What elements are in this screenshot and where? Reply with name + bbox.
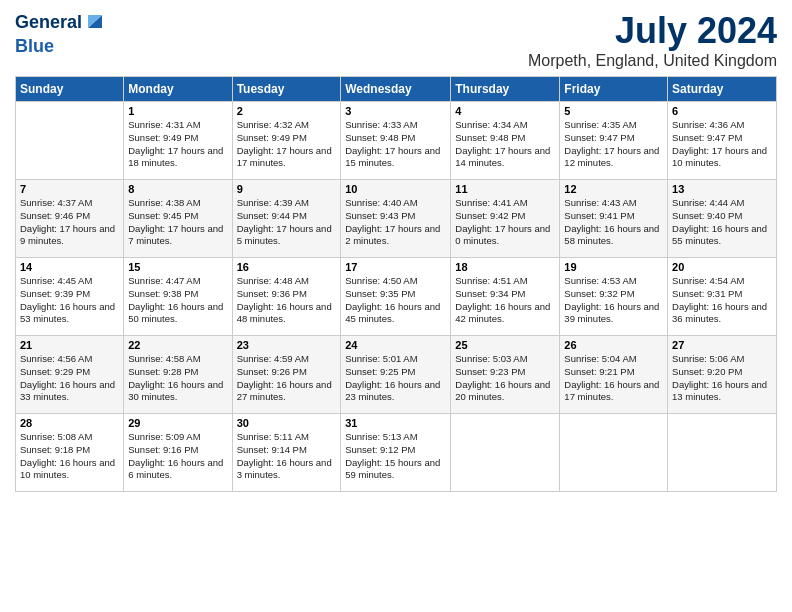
logo-text: General Blue — [15, 10, 106, 57]
cell-sunrise: Sunrise: 4:39 AMSunset: 9:44 PMDaylight:… — [237, 197, 332, 246]
date-number: 27 — [672, 339, 772, 351]
main-title: July 2024 — [528, 10, 777, 52]
calendar-cell: 7Sunrise: 4:37 AMSunset: 9:46 PMDaylight… — [16, 180, 124, 258]
date-number: 25 — [455, 339, 555, 351]
cell-sunrise: Sunrise: 4:48 AMSunset: 9:36 PMDaylight:… — [237, 275, 332, 324]
calendar-cell: 18Sunrise: 4:51 AMSunset: 9:34 PMDayligh… — [451, 258, 560, 336]
calendar-cell: 6Sunrise: 4:36 AMSunset: 9:47 PMDaylight… — [668, 102, 777, 180]
cell-sunrise: Sunrise: 4:56 AMSunset: 9:29 PMDaylight:… — [20, 353, 115, 402]
col-header-friday: Friday — [560, 77, 668, 102]
calendar-cell — [668, 414, 777, 492]
calendar-cell: 8Sunrise: 4:38 AMSunset: 9:45 PMDaylight… — [124, 180, 232, 258]
calendar-cell: 29Sunrise: 5:09 AMSunset: 9:16 PMDayligh… — [124, 414, 232, 492]
date-number: 15 — [128, 261, 227, 273]
week-row-2: 7Sunrise: 4:37 AMSunset: 9:46 PMDaylight… — [16, 180, 777, 258]
calendar-cell: 20Sunrise: 4:54 AMSunset: 9:31 PMDayligh… — [668, 258, 777, 336]
date-number: 18 — [455, 261, 555, 273]
calendar-cell: 21Sunrise: 4:56 AMSunset: 9:29 PMDayligh… — [16, 336, 124, 414]
date-number: 3 — [345, 105, 446, 117]
date-number: 4 — [455, 105, 555, 117]
date-number: 23 — [237, 339, 337, 351]
cell-sunrise: Sunrise: 5:09 AMSunset: 9:16 PMDaylight:… — [128, 431, 223, 480]
cell-sunrise: Sunrise: 4:44 AMSunset: 9:40 PMDaylight:… — [672, 197, 767, 246]
cell-sunrise: Sunrise: 5:13 AMSunset: 9:12 PMDaylight:… — [345, 431, 440, 480]
date-number: 12 — [564, 183, 663, 195]
logo: General Blue — [15, 10, 106, 57]
cell-sunrise: Sunrise: 5:08 AMSunset: 9:18 PMDaylight:… — [20, 431, 115, 480]
cell-sunrise: Sunrise: 4:54 AMSunset: 9:31 PMDaylight:… — [672, 275, 767, 324]
date-number: 7 — [20, 183, 119, 195]
date-number: 6 — [672, 105, 772, 117]
date-number: 19 — [564, 261, 663, 273]
subtitle: Morpeth, England, United Kingdom — [528, 52, 777, 70]
calendar-cell: 13Sunrise: 4:44 AMSunset: 9:40 PMDayligh… — [668, 180, 777, 258]
calendar-cell: 30Sunrise: 5:11 AMSunset: 9:14 PMDayligh… — [232, 414, 341, 492]
calendar-cell: 25Sunrise: 5:03 AMSunset: 9:23 PMDayligh… — [451, 336, 560, 414]
col-header-thursday: Thursday — [451, 77, 560, 102]
calendar-cell — [16, 102, 124, 180]
calendar-cell: 16Sunrise: 4:48 AMSunset: 9:36 PMDayligh… — [232, 258, 341, 336]
date-number: 10 — [345, 183, 446, 195]
date-number: 5 — [564, 105, 663, 117]
calendar-cell: 27Sunrise: 5:06 AMSunset: 9:20 PMDayligh… — [668, 336, 777, 414]
date-number: 13 — [672, 183, 772, 195]
date-number: 21 — [20, 339, 119, 351]
cell-sunrise: Sunrise: 4:38 AMSunset: 9:45 PMDaylight:… — [128, 197, 223, 246]
cell-sunrise: Sunrise: 4:47 AMSunset: 9:38 PMDaylight:… — [128, 275, 223, 324]
logo-icon — [84, 10, 106, 32]
date-number: 16 — [237, 261, 337, 273]
cell-sunrise: Sunrise: 4:51 AMSunset: 9:34 PMDaylight:… — [455, 275, 550, 324]
date-number: 26 — [564, 339, 663, 351]
date-number: 17 — [345, 261, 446, 273]
cell-sunrise: Sunrise: 4:35 AMSunset: 9:47 PMDaylight:… — [564, 119, 659, 168]
date-number: 2 — [237, 105, 337, 117]
cell-sunrise: Sunrise: 4:41 AMSunset: 9:42 PMDaylight:… — [455, 197, 550, 246]
calendar-cell: 4Sunrise: 4:34 AMSunset: 9:48 PMDaylight… — [451, 102, 560, 180]
calendar-cell: 2Sunrise: 4:32 AMSunset: 9:49 PMDaylight… — [232, 102, 341, 180]
calendar-cell: 23Sunrise: 4:59 AMSunset: 9:26 PMDayligh… — [232, 336, 341, 414]
calendar-cell: 17Sunrise: 4:50 AMSunset: 9:35 PMDayligh… — [341, 258, 451, 336]
cell-sunrise: Sunrise: 4:36 AMSunset: 9:47 PMDaylight:… — [672, 119, 767, 168]
cell-sunrise: Sunrise: 5:06 AMSunset: 9:20 PMDaylight:… — [672, 353, 767, 402]
calendar-cell: 15Sunrise: 4:47 AMSunset: 9:38 PMDayligh… — [124, 258, 232, 336]
cell-sunrise: Sunrise: 4:33 AMSunset: 9:48 PMDaylight:… — [345, 119, 440, 168]
calendar-cell: 19Sunrise: 4:53 AMSunset: 9:32 PMDayligh… — [560, 258, 668, 336]
cell-sunrise: Sunrise: 5:03 AMSunset: 9:23 PMDaylight:… — [455, 353, 550, 402]
calendar-cell: 3Sunrise: 4:33 AMSunset: 9:48 PMDaylight… — [341, 102, 451, 180]
cell-sunrise: Sunrise: 4:50 AMSunset: 9:35 PMDaylight:… — [345, 275, 440, 324]
date-number: 30 — [237, 417, 337, 429]
cell-sunrise: Sunrise: 4:40 AMSunset: 9:43 PMDaylight:… — [345, 197, 440, 246]
calendar-cell: 1Sunrise: 4:31 AMSunset: 9:49 PMDaylight… — [124, 102, 232, 180]
cell-sunrise: Sunrise: 4:45 AMSunset: 9:39 PMDaylight:… — [20, 275, 115, 324]
cell-sunrise: Sunrise: 4:59 AMSunset: 9:26 PMDaylight:… — [237, 353, 332, 402]
col-header-saturday: Saturday — [668, 77, 777, 102]
cell-sunrise: Sunrise: 4:31 AMSunset: 9:49 PMDaylight:… — [128, 119, 223, 168]
cell-sunrise: Sunrise: 4:37 AMSunset: 9:46 PMDaylight:… — [20, 197, 115, 246]
date-number: 9 — [237, 183, 337, 195]
date-number: 22 — [128, 339, 227, 351]
calendar-cell: 14Sunrise: 4:45 AMSunset: 9:39 PMDayligh… — [16, 258, 124, 336]
cell-sunrise: Sunrise: 4:53 AMSunset: 9:32 PMDaylight:… — [564, 275, 659, 324]
calendar-cell — [560, 414, 668, 492]
date-number: 14 — [20, 261, 119, 273]
cell-sunrise: Sunrise: 5:04 AMSunset: 9:21 PMDaylight:… — [564, 353, 659, 402]
cell-sunrise: Sunrise: 4:43 AMSunset: 9:41 PMDaylight:… — [564, 197, 659, 246]
calendar-cell: 9Sunrise: 4:39 AMSunset: 9:44 PMDaylight… — [232, 180, 341, 258]
page: General Blue July 2024 Morpeth, England,… — [0, 0, 792, 502]
calendar-cell: 31Sunrise: 5:13 AMSunset: 9:12 PMDayligh… — [341, 414, 451, 492]
date-number: 31 — [345, 417, 446, 429]
title-block: July 2024 Morpeth, England, United Kingd… — [528, 10, 777, 70]
week-row-1: 1Sunrise: 4:31 AMSunset: 9:49 PMDaylight… — [16, 102, 777, 180]
col-header-tuesday: Tuesday — [232, 77, 341, 102]
cell-sunrise: Sunrise: 4:34 AMSunset: 9:48 PMDaylight:… — [455, 119, 550, 168]
calendar-cell: 28Sunrise: 5:08 AMSunset: 9:18 PMDayligh… — [16, 414, 124, 492]
cell-sunrise: Sunrise: 5:01 AMSunset: 9:25 PMDaylight:… — [345, 353, 440, 402]
calendar-cell: 12Sunrise: 4:43 AMSunset: 9:41 PMDayligh… — [560, 180, 668, 258]
date-number: 24 — [345, 339, 446, 351]
calendar-cell: 24Sunrise: 5:01 AMSunset: 9:25 PMDayligh… — [341, 336, 451, 414]
calendar-cell: 5Sunrise: 4:35 AMSunset: 9:47 PMDaylight… — [560, 102, 668, 180]
calendar-cell: 10Sunrise: 4:40 AMSunset: 9:43 PMDayligh… — [341, 180, 451, 258]
header: General Blue July 2024 Morpeth, England,… — [15, 10, 777, 70]
week-row-5: 28Sunrise: 5:08 AMSunset: 9:18 PMDayligh… — [16, 414, 777, 492]
calendar-cell: 22Sunrise: 4:58 AMSunset: 9:28 PMDayligh… — [124, 336, 232, 414]
